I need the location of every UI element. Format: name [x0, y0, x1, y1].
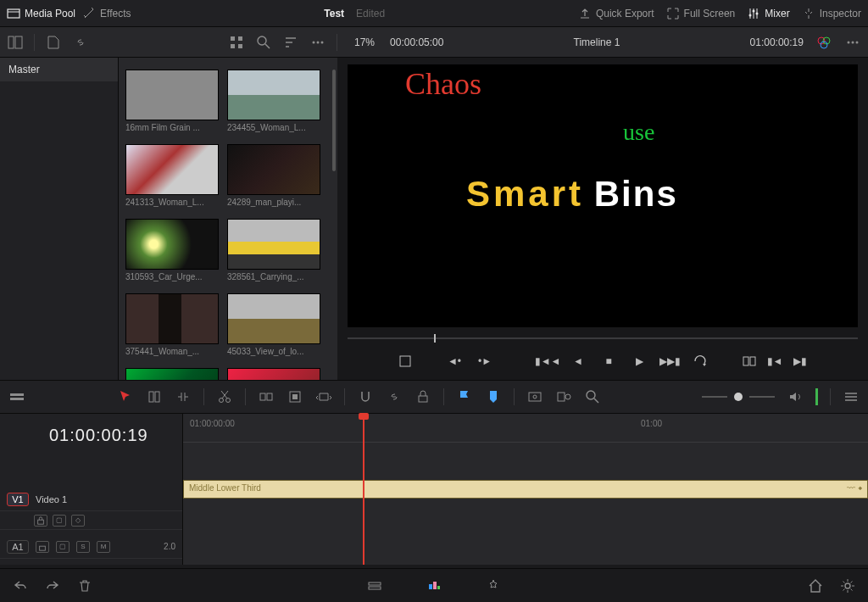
mixer-button[interactable]: Mixer [747, 7, 789, 20]
project-title-active[interactable]: Test [324, 8, 344, 20]
svg-point-10 [258, 36, 266, 45]
viewer-scrubber[interactable] [348, 331, 858, 346]
prev-marker-icon[interactable]: ◄• [447, 354, 462, 369]
link-icon[interactable] [72, 34, 89, 51]
prev-edit-icon[interactable]: ▮◄ [767, 354, 782, 369]
selection-tool-icon[interactable] [117, 388, 134, 405]
svg-point-2 [753, 9, 755, 12]
timeline-timecode[interactable]: 01:00:00:19 [0, 414, 182, 445]
delete-icon[interactable] [76, 577, 93, 594]
mute-button[interactable]: M [97, 541, 110, 553]
disable-track-icon[interactable]: ◇ [71, 515, 85, 527]
custom-zoom-icon[interactable] [584, 388, 601, 405]
media-clip[interactable]: 310593_Car_Urge... [125, 219, 219, 281]
audio-lock-icon[interactable] [36, 541, 49, 553]
undo-icon[interactable] [12, 577, 29, 594]
position-lock-icon[interactable] [415, 388, 431, 405]
replace-icon[interactable] [315, 388, 332, 405]
clip-label: 328561_Carrying_... [227, 272, 320, 281]
settings-icon[interactable] [839, 577, 856, 594]
media-clip[interactable]: 234455_Woman_L... [227, 70, 320, 132]
media-clip[interactable] [227, 368, 320, 380]
media-clip[interactable]: 241313_Woman_L... [125, 144, 219, 207]
next-marker-icon[interactable]: •► [477, 354, 492, 369]
timeline-clip[interactable]: Middle Lower Third 〰 ◆ [183, 480, 868, 499]
playhead[interactable] [363, 414, 364, 565]
step-back-icon[interactable]: ◄ [570, 354, 586, 369]
loop-icon[interactable] [693, 354, 708, 369]
lock-track-icon[interactable] [34, 515, 47, 527]
timeline-body[interactable]: 01:00:00:00 01:00 Middle Lower Third 〰 ◆ [183, 414, 868, 565]
clip-label: 241313_Woman_L... [125, 198, 219, 207]
fairlight-page-icon[interactable] [485, 577, 502, 594]
media-clip[interactable]: 24289_man_playi... [227, 144, 320, 207]
sort-icon[interactable] [282, 34, 299, 51]
timeline-ruler[interactable]: 01:00:00:00 01:00 [183, 414, 868, 443]
transform-icon[interactable] [398, 354, 413, 369]
audio-auto-icon[interactable]: ▢ [56, 541, 70, 553]
trim-tool-icon[interactable] [146, 388, 163, 405]
solo-button[interactable]: S [76, 541, 90, 553]
v1-badge[interactable]: V1 [7, 493, 29, 506]
viewer-canvas[interactable] [348, 64, 858, 327]
goto-start-icon[interactable]: ▮◄◄ [540, 354, 555, 369]
blade-tool-icon[interactable] [216, 388, 233, 405]
import-icon[interactable] [45, 34, 62, 51]
zoom-to-fit-icon[interactable] [526, 388, 543, 405]
media-pool-tab[interactable]: Media Pool [7, 7, 75, 20]
goto-end-icon[interactable]: ▶▶▮ [662, 354, 677, 369]
volume-icon[interactable] [787, 388, 804, 405]
auto-select-icon[interactable]: ▢ [53, 515, 66, 527]
scrollbar[interactable] [332, 70, 336, 171]
home-icon[interactable] [807, 577, 824, 594]
scrub-position[interactable] [434, 334, 436, 343]
detail-zoom-icon[interactable] [555, 388, 572, 405]
viewer-more-icon[interactable] [844, 34, 861, 51]
a1-badge[interactable]: A1 [7, 540, 29, 554]
timeline-options-icon[interactable] [843, 388, 860, 405]
bin-master[interactable]: Master [0, 58, 118, 81]
full-screen-button[interactable]: Full Screen [666, 7, 736, 20]
next-edit-icon[interactable]: ▶▮ [793, 354, 808, 369]
flag-icon[interactable] [456, 388, 473, 405]
viewer-timecode[interactable]: 01:00:00:19 [750, 36, 804, 48]
linked-selection-icon[interactable] [386, 388, 403, 405]
grid-view-icon[interactable] [228, 34, 245, 51]
timeline-view-icon[interactable] [8, 388, 25, 405]
color-scopes-icon[interactable] [815, 34, 832, 51]
match-frame-icon[interactable] [742, 354, 757, 369]
effects-tab[interactable]: Effects [82, 7, 131, 20]
viewer-zoom[interactable]: 17% [354, 36, 375, 48]
zoom-slider[interactable] [702, 393, 775, 401]
dim-fader[interactable] [815, 388, 818, 405]
more-icon[interactable] [309, 34, 326, 51]
svg-rect-21 [743, 357, 748, 365]
media-clip[interactable]: 328561_Carrying_... [227, 219, 320, 281]
video-track-header[interactable]: V1 Video 1 [0, 488, 182, 511]
quick-export-button[interactable]: Quick Export [578, 7, 654, 20]
snap-icon[interactable] [357, 388, 374, 405]
panel-layout-icon[interactable] [7, 34, 24, 51]
inspector-button[interactable]: Inspector [802, 7, 861, 20]
audio-track-header[interactable]: A1 ▢ S M 2.0 [0, 535, 182, 559]
project-title-edited[interactable]: Edited [356, 8, 385, 20]
media-clip[interactable] [125, 368, 219, 380]
overwrite-icon[interactable] [287, 388, 303, 405]
timeline-name[interactable]: Timeline 1 [574, 36, 620, 48]
marker-icon[interactable] [485, 388, 502, 405]
play-icon[interactable]: ▶ [632, 354, 647, 369]
media-clip[interactable]: 16mm Film Grain ... [125, 70, 219, 132]
redo-icon[interactable] [44, 577, 61, 594]
full-screen-label: Full Screen [684, 8, 736, 20]
clip-thumbnail [125, 368, 219, 380]
media-pool-icon [7, 7, 20, 20]
search-icon[interactable] [255, 34, 272, 51]
media-clip[interactable]: 45033_View_of_lo... [227, 293, 320, 356]
edit-page-icon[interactable] [426, 577, 442, 594]
clip-keyframe-icon[interactable]: 〰 ◆ [847, 483, 862, 493]
stop-icon[interactable]: ■ [601, 354, 616, 369]
insert-icon[interactable] [258, 388, 275, 405]
dynamic-trim-icon[interactable] [175, 388, 192, 405]
media-clip[interactable]: 375441_Woman_... [125, 293, 219, 356]
cut-page-icon[interactable] [366, 577, 383, 594]
